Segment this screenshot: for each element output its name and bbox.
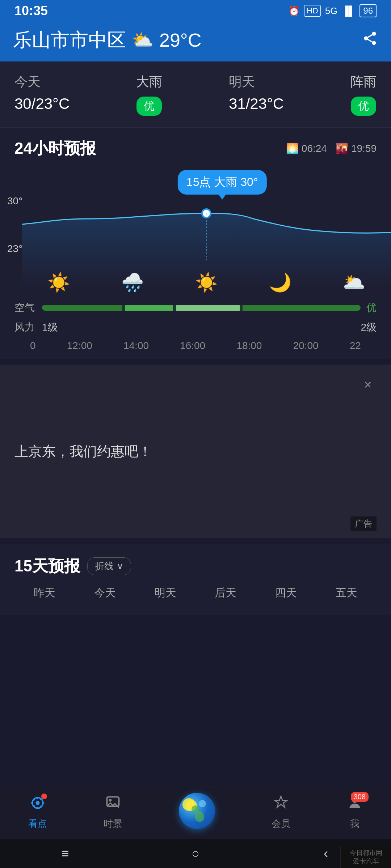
sunrise-time: 🌅 06:24 [286, 142, 327, 154]
ad-label: 广告 [350, 516, 377, 531]
time-3: 16:00 [180, 340, 205, 352]
huiyuan-icon [273, 795, 289, 814]
time-6: 22 [350, 340, 361, 352]
forecast-15-section: 15天预报 折线 ∨ 昨天 今天 明天 后天 四天 五天 [0, 544, 391, 615]
nav-label-shijing: 时景 [104, 817, 122, 830]
today-weather: 今天 30/23°C [14, 73, 70, 112]
ad-container: 上京东，我们约惠吧！ × 广告 [0, 365, 391, 538]
nav-label-kandian: 看点 [28, 817, 47, 830]
app-header: 乐山市市中区 ⛅ 29°C [0, 22, 391, 61]
ad-text: 上京东，我们约惠吧！ [14, 442, 152, 461]
time-4: 18:00 [236, 340, 262, 352]
alarm-icon: ⏰ [288, 5, 300, 17]
weather-icon-1: 🌧️ [121, 272, 144, 293]
nav-item-center[interactable] [179, 793, 215, 832]
chart-toggle-button[interactable]: 折线 ∨ [87, 557, 131, 575]
day-5: 五天 [336, 586, 357, 600]
wind-label: 风力 [14, 320, 36, 334]
kandian-icon [30, 795, 46, 814]
day-3: 后天 [215, 586, 236, 600]
sunset-icon: 🌇 [336, 142, 348, 154]
forecast-days-row: 昨天 今天 明天 后天 四天 五天 [14, 586, 377, 608]
wind-level-1: 1级 [42, 320, 58, 334]
tomorrow-quality-badge: 优 [351, 97, 376, 116]
forecast-header: 24小时预报 🌅 06:24 🌇 19:59 [0, 138, 391, 166]
nav-item-huiyuan[interactable]: 会员 [272, 795, 290, 830]
tomorrow-condition: 阵雨 [350, 73, 377, 91]
svg-point-1 [36, 801, 40, 805]
wo-icon: 308 [347, 795, 363, 814]
city-name[interactable]: 乐山市市中区 [13, 27, 126, 53]
day-tomorrow: 明天 [155, 586, 176, 600]
today-label: 今天 [14, 73, 70, 91]
weather-icon-header: ⛅ [132, 30, 154, 50]
time-1: 12:00 [67, 340, 92, 352]
android-back-button[interactable]: ‹ [311, 839, 340, 868]
sunset-time: 🌇 19:59 [336, 142, 377, 154]
forecast-15-header: 15天预报 折线 ∨ [14, 556, 377, 577]
nav-label-wo: 我 [350, 817, 360, 830]
nav-item-shijing[interactable]: 时景 [104, 795, 122, 830]
tomorrow-label: 明天 [229, 73, 284, 91]
kandian-notification-dot [41, 793, 47, 799]
wind-level-2: 2级 [361, 320, 377, 334]
air-quality-bar [42, 305, 361, 311]
nav-label-huiyuan: 会员 [272, 817, 290, 830]
header-left: 乐山市市中区 ⛅ 29°C [13, 27, 201, 53]
weather-icon-0: ☀️ [47, 272, 70, 293]
today-quality-badge: 优 [136, 97, 162, 116]
status-icons: ⏰ HD 5G ▐▌ 96 [288, 4, 377, 17]
time-2: 14:00 [123, 340, 149, 352]
weather-summary: 今天 30/23°C 大雨 优 明天 31/23°C 阵雨 优 [0, 61, 391, 128]
forecast-24h-title: 24小时预报 [14, 138, 96, 159]
watermark-area: 今日都市网爱卡汽车 [340, 846, 391, 868]
weather-icon-2: ☀️ [195, 272, 218, 293]
watermark-text: 今日都市网爱卡汽车 [350, 849, 382, 866]
time-0: 0 [30, 340, 36, 352]
wind-row: 风力 1级 2级 [0, 318, 391, 337]
wind-levels: 1级 2级 [42, 320, 377, 334]
day-yesterday: 昨天 [34, 586, 55, 600]
tomorrow-weather: 明天 31/23°C [229, 73, 284, 112]
chart-weather-icons: ☀️ 🌧️ ☀️ 🌙 🌥️ [22, 272, 391, 293]
ad-banner[interactable]: 上京东，我们约惠吧！ × [0, 365, 391, 538]
signal-5g: 5G [325, 5, 338, 17]
chart-tooltip: 15点 大雨 30° [178, 170, 267, 195]
forecast-24h-section: 24小时预报 🌅 06:24 🌇 19:59 15点 大雨 30° 30° [0, 128, 391, 359]
time-5: 20:00 [293, 340, 319, 352]
svg-point-3 [109, 799, 112, 801]
today-condition: 大雨 [136, 73, 162, 91]
share-button[interactable] [362, 30, 378, 50]
sun-times: 🌅 06:24 🌇 19:59 [286, 142, 377, 154]
air-quality-value: 优 [366, 301, 377, 315]
air-quality-row: 空气 优 [0, 297, 391, 318]
android-home-button[interactable]: ○ [181, 839, 210, 868]
battery-indicator: 96 [360, 4, 377, 17]
nav-item-kandian[interactable]: 看点 [28, 795, 47, 830]
tomorrow-temp: 31/23°C [229, 95, 284, 112]
today-temp: 30/23°C [14, 95, 70, 112]
signal-bars: ▐▌ [342, 5, 355, 17]
weather-icon-3: 🌙 [269, 272, 291, 293]
hd-icon: HD [304, 5, 321, 17]
nav-item-wo[interactable]: 308 我 [347, 795, 363, 830]
day-4: 四天 [275, 586, 297, 600]
status-time: 10:35 [14, 3, 48, 18]
wo-badge: 308 [351, 792, 369, 802]
temperature-chart: 15点 大雨 30° 30° 23° [0, 166, 391, 297]
bottom-navigation: 看点 时景 会员 [0, 787, 391, 839]
current-temperature: 29°C [159, 29, 201, 51]
time-axis: 0 12:00 14:00 16:00 18:00 20:00 22 [0, 337, 391, 359]
temp-low-label: 23° [7, 243, 22, 255]
status-bar: 10:35 ⏰ HD 5G ▐▌ 96 [0, 0, 391, 22]
weather-icon-4: 🌥️ [343, 272, 365, 293]
android-nav-bar: ≡ ○ ‹ 今日都市网爱卡汽车 [0, 839, 391, 868]
temp-high-label: 30° [7, 195, 22, 207]
android-menu-button[interactable]: ≡ [51, 839, 80, 868]
ad-close-button[interactable]: × [359, 376, 377, 393]
air-quality-label: 空气 [14, 301, 36, 315]
day-today: 今天 [94, 586, 116, 600]
shijing-icon [105, 795, 121, 814]
sunrise-icon: 🌅 [286, 142, 299, 154]
temp-labels: 30° 23° [7, 195, 22, 255]
